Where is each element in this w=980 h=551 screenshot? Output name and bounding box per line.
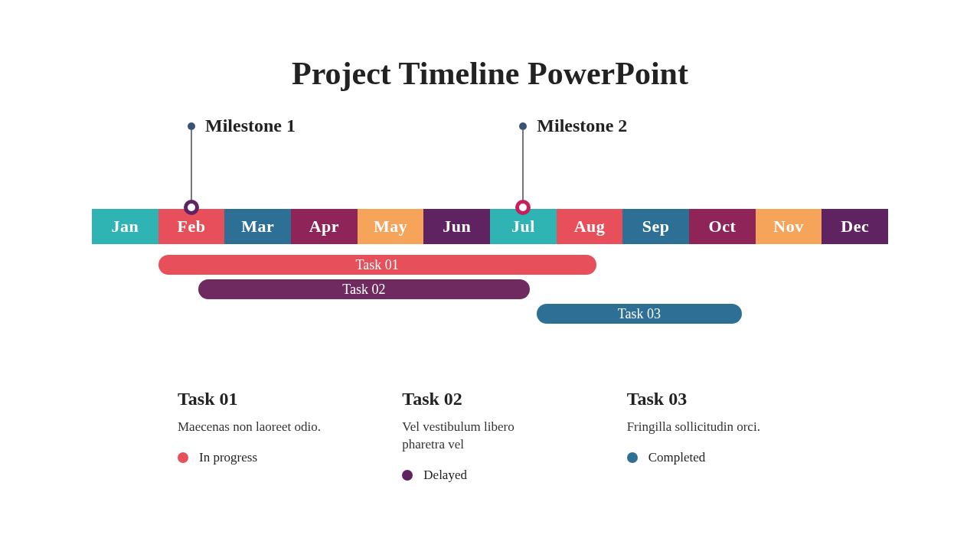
month-cell: Oct bbox=[689, 209, 756, 244]
month-cell: Nov bbox=[756, 209, 822, 244]
status-dot-icon bbox=[402, 470, 413, 481]
task-detail-title: Task 01 bbox=[178, 389, 356, 409]
task-bar: Task 03 bbox=[537, 304, 743, 324]
task-detail: Task 03Fringilla sollicitudin orci.Compl… bbox=[627, 389, 805, 483]
milestone-label: Milestone 2 bbox=[537, 116, 627, 136]
month-cell: Sep bbox=[622, 209, 689, 244]
task-details: Task 01Maecenas non laoreet odio.In prog… bbox=[178, 389, 805, 483]
month-strip: JanFebMarAprMayJunJulAugSepOctNovDec bbox=[92, 209, 888, 244]
task-detail-desc: Fringilla sollicitudin orci. bbox=[627, 419, 773, 436]
task-detail: Task 01Maecenas non laoreet odio.In prog… bbox=[178, 389, 356, 483]
task-status-label: Completed bbox=[648, 450, 706, 465]
task-detail-desc: Vel vestibulum libero pharetra vel bbox=[402, 419, 547, 454]
task-detail: Task 02Vel vestibulum libero pharetra ve… bbox=[402, 389, 580, 483]
milestone-line bbox=[191, 130, 192, 204]
month-cell: Apr bbox=[291, 209, 358, 244]
page-title: Project Timeline PowerPoint bbox=[0, 55, 980, 92]
status-dot-icon bbox=[627, 452, 638, 463]
task-status: In progress bbox=[178, 450, 356, 465]
task-status-label: Delayed bbox=[423, 468, 467, 483]
task-detail-desc: Maecenas non laoreet odio. bbox=[178, 419, 323, 436]
task-status-label: In progress bbox=[199, 450, 257, 465]
month-cell: Mar bbox=[224, 209, 291, 244]
task-detail-title: Task 02 bbox=[402, 389, 580, 409]
month-cell: Dec bbox=[822, 209, 888, 244]
task-bar: Task 02 bbox=[198, 279, 530, 299]
milestone-ring-icon bbox=[184, 200, 199, 215]
timeline-canvas: Milestone 1Milestone 2 JanFebMarAprMayJu… bbox=[92, 119, 888, 341]
month-cell: May bbox=[358, 209, 424, 244]
task-status: Completed bbox=[627, 450, 805, 465]
task-bar: Task 01 bbox=[158, 255, 596, 275]
milestone-dot-icon bbox=[519, 122, 527, 130]
milestone-label: Milestone 1 bbox=[205, 116, 296, 136]
status-dot-icon bbox=[178, 452, 188, 463]
month-cell: Aug bbox=[557, 209, 623, 244]
task-detail-title: Task 03 bbox=[627, 389, 805, 409]
milestone-dot-icon bbox=[188, 122, 195, 130]
month-cell: Jun bbox=[423, 209, 490, 244]
task-status: Delayed bbox=[402, 468, 580, 483]
milestone-line bbox=[522, 130, 524, 204]
month-cell: Jan bbox=[92, 209, 158, 244]
